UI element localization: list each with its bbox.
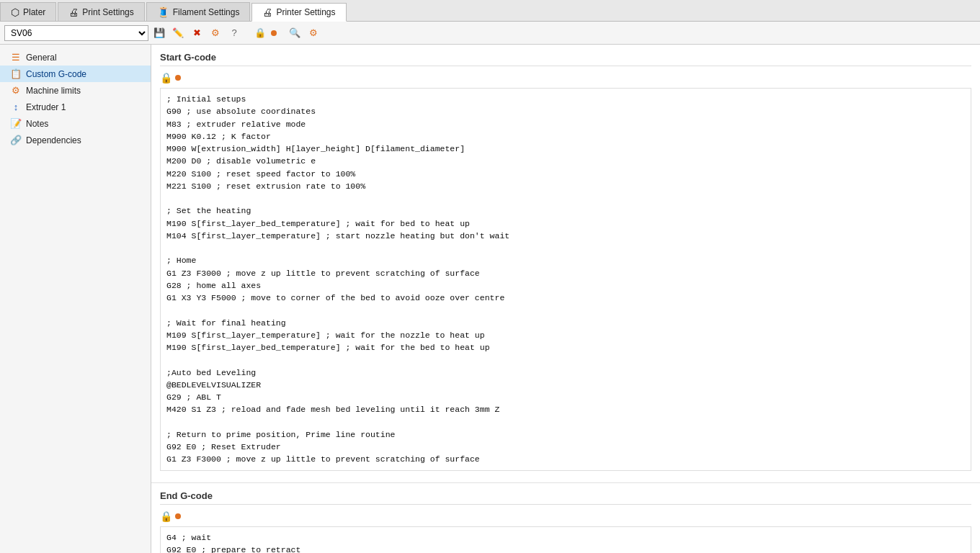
profile-select[interactable]: SV06	[4, 25, 148, 41]
plater-icon: ⬡	[11, 6, 19, 18]
tab-plater-label: Plater	[23, 7, 45, 17]
printer-settings-icon: 🖨	[262, 6, 272, 18]
end-gcode-editor[interactable]: G4 ; wait G92 E0 ; prepare to retract	[160, 526, 971, 554]
sidebar-item-notes[interactable]: 📝 Notes	[0, 115, 151, 132]
end-gcode-lock-dot	[175, 513, 181, 519]
tab-printer-settings[interactable]: 🖨 Printer Settings	[251, 3, 346, 22]
search-button[interactable]: 🔍	[287, 25, 303, 41]
delete-button[interactable]: ✖	[189, 25, 205, 41]
dependencies-icon: 🔗	[10, 135, 22, 145]
end-gcode-lock-indicator: 🔒	[160, 511, 971, 522]
tab-printer-settings-label: Printer Settings	[276, 7, 335, 17]
sidebar-label-dependencies: Dependencies	[26, 135, 81, 145]
main-layout: ☰ General 📋 Custom G-code ⚙ Machine limi…	[0, 45, 980, 553]
end-gcode-section: End G-code 🔒 G4 ; wait G92 E0 ; prepare …	[151, 490, 980, 554]
tab-filament-settings-label: Filament Settings	[173, 7, 240, 17]
lock-button[interactable]: 🔒	[252, 25, 268, 41]
end-gcode-lock-icon[interactable]: 🔒	[160, 511, 172, 522]
sidebar-item-extruder-1[interactable]: ↕ Extruder 1	[0, 99, 151, 115]
custom-gcode-icon: 📋	[10, 68, 22, 79]
sidebar: ☰ General 📋 Custom G-code ⚙ Machine limi…	[0, 45, 151, 553]
help-button[interactable]: ?	[226, 25, 242, 41]
tab-plater[interactable]: ⬡ Plater	[0, 2, 56, 21]
start-gcode-lock-indicator: 🔒	[160, 72, 971, 84]
general-icon: ☰	[10, 52, 22, 63]
sidebar-item-general[interactable]: ☰ General	[0, 49, 151, 66]
config-button[interactable]: ⚙	[306, 25, 321, 41]
end-gcode-title: End G-code	[160, 490, 971, 505]
start-gcode-lock-dot	[175, 75, 181, 81]
sidebar-item-machine-limits[interactable]: ⚙ Machine limits	[0, 82, 151, 99]
settings-button[interactable]: ⚙	[208, 25, 223, 41]
tab-filament-settings[interactable]: 🧵 Filament Settings	[146, 2, 251, 21]
tab-print-settings-label: Print Settings	[82, 7, 133, 17]
save-button[interactable]: 💾	[151, 25, 167, 41]
sidebar-label-machine-limits: Machine limits	[26, 86, 81, 96]
filament-settings-icon: 🧵	[157, 6, 169, 18]
content-area: Start G-code 🔒 ; Initial setups G90 ; us…	[151, 45, 980, 553]
tab-bar: ⬡ Plater 🖨 Print Settings 🧵 Filament Set…	[0, 0, 980, 22]
start-gcode-title: Start G-code	[160, 52, 971, 66]
toolbar: SV06 💾 ✏️ ✖ ⚙ ? 🔒 🔍 ⚙	[0, 22, 980, 45]
start-gcode-lock-icon[interactable]: 🔒	[160, 72, 172, 84]
sidebar-label-general: General	[26, 53, 57, 63]
sidebar-label-notes: Notes	[26, 119, 48, 129]
sidebar-label-custom-gcode: Custom G-code	[26, 69, 86, 79]
edit-button[interactable]: ✏️	[170, 25, 186, 41]
print-settings-icon: 🖨	[68, 6, 79, 18]
sidebar-label-extruder-1: Extruder 1	[26, 102, 66, 112]
machine-limits-icon: ⚙	[10, 85, 22, 96]
sidebar-item-dependencies[interactable]: 🔗 Dependencies	[0, 132, 151, 148]
start-gcode-section: Start G-code 🔒 ; Initial setups G90 ; us…	[151, 52, 980, 482]
start-gcode-editor[interactable]: ; Initial setups G90 ; use absolute coor…	[160, 88, 971, 471]
notes-icon: 📝	[10, 118, 22, 129]
lock-dot	[271, 30, 277, 36]
sidebar-item-custom-gcode[interactable]: 📋 Custom G-code	[0, 66, 151, 82]
section-divider	[151, 482, 980, 483]
extruder-icon: ↕	[10, 102, 22, 112]
tab-print-settings[interactable]: 🖨 Print Settings	[58, 2, 144, 21]
